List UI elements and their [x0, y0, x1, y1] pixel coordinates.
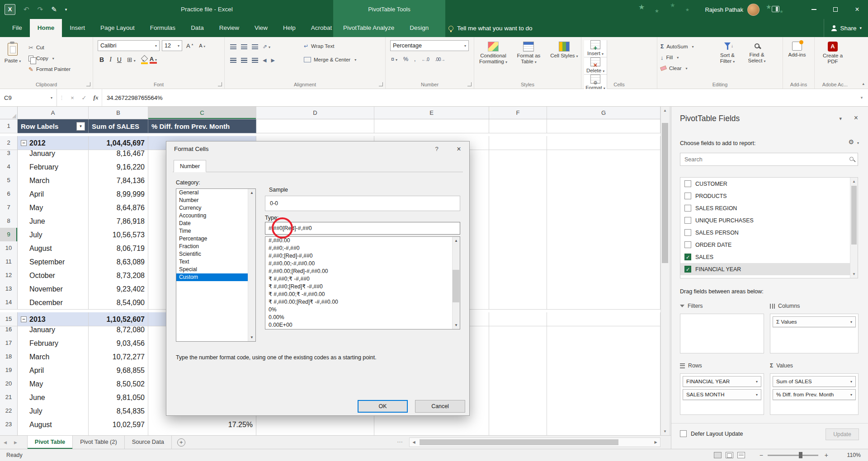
category-option-special[interactable]: Special: [176, 266, 248, 273]
find-select-button[interactable]: Find & Select▾: [742, 40, 771, 89]
field-checkbox-sales[interactable]: ✓: [684, 254, 691, 260]
cell-a18[interactable]: March: [18, 350, 89, 364]
cell-a2[interactable]: −2012: [18, 136, 89, 150]
cell-g18[interactable]: [547, 350, 660, 364]
dialog-help-button[interactable]: ?: [428, 141, 446, 157]
account-area[interactable]: Rajesh Pathak: [705, 0, 760, 19]
number-format-select[interactable]: Percentage▾: [390, 40, 469, 51]
cell-b20[interactable]: 8,50,502: [89, 377, 148, 391]
type-option[interactable]: #,##0.00: [265, 237, 452, 245]
cell-b4[interactable]: 9,16,220: [89, 160, 148, 174]
cell-f8[interactable]: [489, 214, 547, 228]
paste-button[interactable]: Paste▾: [0, 40, 25, 89]
fill-button[interactable]: ↓Fill▾: [657, 52, 712, 63]
cell-b12[interactable]: 8,73,208: [89, 268, 148, 282]
enter-entry-icon[interactable]: ✓: [78, 94, 90, 101]
category-option-date[interactable]: Date: [176, 220, 248, 227]
row-header-14[interactable]: 14: [0, 296, 18, 310]
field-checkbox-products[interactable]: [684, 193, 691, 199]
defer-layout-checkbox[interactable]: [680, 430, 687, 437]
cell-f17[interactable]: [489, 336, 547, 350]
row-header-20[interactable]: 20: [0, 377, 18, 391]
area-values-box[interactable]: Sum of SALES▾% Diff. from Prev. Month▾: [770, 373, 859, 415]
tools-gear-icon[interactable]: ⚙ ▾: [849, 138, 859, 146]
tab-file[interactable]: File: [5, 19, 30, 37]
borders-button[interactable]: ⊞▾: [127, 56, 136, 63]
cell-g6[interactable]: [547, 187, 660, 201]
cell-c23[interactable]: 17.25%: [148, 418, 256, 432]
close-window-button[interactable]: ×: [846, 0, 868, 19]
type-option[interactable]: ₹ #,##0;₹ -#,##0: [265, 275, 452, 283]
cell-g1[interactable]: [547, 119, 660, 133]
vertical-scrollbar[interactable]: ▲ ▼: [660, 107, 669, 435]
type-option[interactable]: ₹ #,##0.00;₹ -#,##0.00: [265, 291, 452, 298]
cell-b17[interactable]: 9,03,456: [89, 336, 148, 350]
cell-g24[interactable]: [547, 431, 660, 435]
cell-b19[interactable]: 9,68,855: [89, 363, 148, 377]
format-painter-button[interactable]: ✎Format Painter: [25, 64, 74, 75]
cell-styles-button[interactable]: Cell Styles▾: [547, 40, 581, 59]
row-header-7[interactable]: 7: [0, 201, 18, 215]
autosum-button[interactable]: ΣAutoSum▾: [657, 41, 712, 52]
collapse-icon[interactable]: −: [21, 140, 27, 146]
maximize-button[interactable]: [825, 0, 846, 19]
wrap-text-button[interactable]: ↵Wrap Text: [301, 41, 337, 52]
page-break-view-icon[interactable]: [737, 452, 745, 458]
cell-a1[interactable]: Row Labels▾: [18, 119, 89, 133]
type-list-scrollbar[interactable]: ▲ ▼: [452, 237, 460, 329]
row-header-13[interactable]: 13: [0, 282, 18, 296]
area-chip-financial-year[interactable]: FINANCIAL YEAR▾: [683, 376, 761, 387]
cell-f9[interactable]: [489, 228, 547, 242]
cell-f6[interactable]: [489, 187, 547, 201]
scroll-up-icon[interactable]: ▲: [850, 178, 858, 185]
ok-button[interactable]: OK: [358, 400, 408, 413]
cell-g7[interactable]: [547, 201, 660, 215]
cell-g11[interactable]: [547, 255, 660, 269]
tab-data[interactable]: Data: [183, 19, 212, 37]
sheet-nav-left-icon[interactable]: ◀: [0, 440, 10, 445]
align-right-icon[interactable]: [252, 58, 258, 63]
zoom-slider-thumb[interactable]: [799, 452, 802, 458]
field-scrollbar-thumb[interactable]: [851, 186, 857, 245]
sheet-tab-pivot-table-2[interactable]: Pivot Table (2): [73, 436, 125, 449]
scroll-down-icon[interactable]: ▼: [248, 334, 255, 341]
scroll-down-icon[interactable]: ▼: [661, 428, 669, 435]
accounting-format-button[interactable]: ¤▾: [391, 56, 397, 62]
row-header-23[interactable]: 23: [0, 418, 18, 432]
type-input[interactable]: #,##0[Red]-#,##0: [265, 222, 460, 235]
pane-close-icon[interactable]: ×: [854, 114, 858, 122]
type-option[interactable]: #,##0;-#,##0: [265, 245, 452, 252]
vertical-scrollbar-thumb[interactable]: [662, 123, 668, 263]
cell-f13[interactable]: [489, 282, 547, 296]
scroll-up-icon[interactable]: ▲: [248, 189, 255, 197]
cell-g9[interactable]: [547, 228, 660, 242]
tab-home[interactable]: Home: [30, 19, 62, 37]
cut-button[interactable]: ✂Cut: [25, 42, 74, 53]
column-header-g[interactable]: G: [547, 107, 660, 119]
bold-button[interactable]: B: [99, 56, 104, 63]
collapse-ribbon-icon[interactable]: ▴: [862, 81, 864, 86]
normal-view-icon[interactable]: [714, 452, 722, 458]
cell-a13[interactable]: November: [18, 282, 89, 296]
row-header-5[interactable]: 5: [0, 174, 18, 188]
area-rows-box[interactable]: FINANCIAL YEAR▾SALES MONTH▾: [680, 373, 764, 415]
drag-handle-icon[interactable]: ⋮: [57, 95, 66, 101]
category-option-accounting[interactable]: Accounting: [176, 212, 248, 220]
ribbon-display-options-icon[interactable]: [772, 6, 779, 12]
cell-g15[interactable]: [547, 312, 660, 326]
cell-d24[interactable]: [256, 431, 374, 435]
area-filters-box[interactable]: [680, 314, 764, 353]
align-left-icon[interactable]: [230, 58, 236, 63]
select-all-button[interactable]: ◢: [0, 107, 18, 119]
category-option-general[interactable]: General: [176, 189, 248, 197]
increase-decimal-button[interactable]: ←.0: [422, 57, 429, 62]
cell-f11[interactable]: [489, 255, 547, 269]
cell-g22[interactable]: [547, 404, 660, 418]
type-option[interactable]: #,##0.00;[Red]-#,##0.00: [265, 268, 452, 275]
zoom-out-icon[interactable]: −: [760, 452, 763, 459]
sort-filter-button[interactable]: ↓ Sort & Filter▾: [712, 40, 742, 89]
field-item-financial-year[interactable]: ✓FINANCIAL YEAR: [680, 263, 850, 275]
type-scrollbar-thumb[interactable]: [453, 270, 459, 302]
cell-a11[interactable]: September: [18, 255, 89, 269]
sheet-tab-pivot-table[interactable]: Pivot Table: [27, 436, 73, 449]
